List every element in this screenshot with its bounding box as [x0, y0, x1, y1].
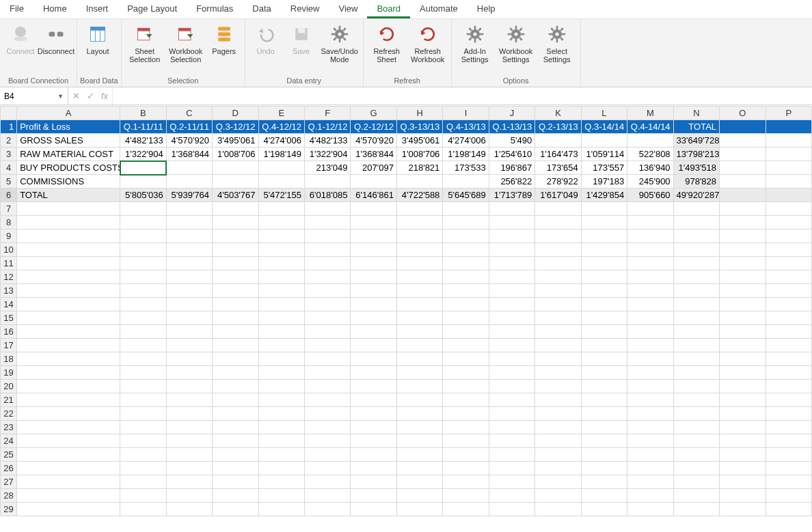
cell-M13[interactable] — [627, 284, 673, 298]
cell-M21[interactable] — [627, 393, 673, 407]
cell-B14[interactable] — [120, 298, 166, 311]
cell-D18[interactable] — [213, 352, 258, 366]
workbook-selection-button[interactable]: WorkbookSelection — [165, 20, 206, 66]
cell-C12[interactable] — [166, 270, 212, 284]
cell-D27[interactable] — [213, 475, 258, 489]
cell-F6[interactable]: 6'018'085 — [304, 188, 350, 202]
cell-L19[interactable] — [581, 366, 627, 380]
cell-K11[interactable] — [535, 257, 581, 270]
cell-G8[interactable] — [351, 216, 396, 229]
cell-D13[interactable] — [213, 284, 258, 298]
cell-B26[interactable] — [120, 462, 166, 475]
cell-J17[interactable] — [489, 339, 534, 352]
cell-A14[interactable] — [17, 298, 120, 311]
cell-I28[interactable] — [443, 489, 489, 503]
cell-H15[interactable] — [396, 311, 442, 325]
cell-B27[interactable] — [120, 475, 166, 489]
refresh-sheet-button[interactable]: RefreshSheet — [366, 20, 407, 66]
cell-I12[interactable] — [443, 270, 489, 284]
menu-home[interactable]: Home — [33, 0, 77, 18]
pagers-button[interactable]: Pagers — [206, 20, 242, 58]
cell-G3[interactable]: 1'368'844 — [351, 148, 396, 161]
cell-L18[interactable] — [581, 352, 627, 366]
cell-I7[interactable] — [443, 202, 489, 216]
cell-I18[interactable] — [443, 352, 489, 366]
row-header-13[interactable]: 13 — [1, 284, 17, 298]
cell-O22[interactable] — [720, 407, 766, 421]
cell-I21[interactable] — [443, 393, 489, 407]
row-header-15[interactable]: 15 — [1, 311, 17, 325]
cell-G26[interactable] — [351, 462, 396, 475]
cell-E25[interactable] — [258, 448, 304, 462]
cell-O24[interactable] — [720, 434, 766, 448]
cell-B11[interactable] — [120, 257, 166, 270]
cell-A1[interactable]: Profit & Loss — [17, 120, 120, 134]
cell-K3[interactable]: 1'164'473 — [535, 148, 581, 161]
cell-N6[interactable]: 49'920'287 — [673, 188, 719, 202]
cell-H7[interactable] — [396, 202, 442, 216]
cell-B7[interactable] — [120, 202, 166, 216]
cell-D15[interactable] — [213, 311, 258, 325]
cell-N22[interactable] — [673, 407, 719, 421]
cell-G20[interactable] — [351, 380, 396, 393]
col-header-I[interactable]: I — [443, 107, 489, 120]
cell-P11[interactable] — [766, 257, 811, 270]
cell-D7[interactable] — [213, 202, 258, 216]
cell-P16[interactable] — [766, 325, 811, 339]
cell-B20[interactable] — [120, 380, 166, 393]
cell-H16[interactable] — [396, 325, 442, 339]
select-settings-button[interactable]: SelectSettings — [537, 20, 578, 66]
cell-M14[interactable] — [627, 298, 673, 311]
col-header-C[interactable]: C — [166, 107, 212, 120]
cell-B5[interactable] — [120, 175, 166, 188]
cell-C9[interactable] — [166, 229, 212, 243]
cell-N21[interactable] — [673, 393, 719, 407]
cell-I20[interactable] — [443, 380, 489, 393]
col-header-N[interactable]: N — [673, 107, 719, 120]
cell-P12[interactable] — [766, 270, 811, 284]
cell-F24[interactable] — [304, 434, 350, 448]
cell-K23[interactable] — [535, 421, 581, 434]
col-header-E[interactable]: E — [258, 107, 304, 120]
cell-D28[interactable] — [213, 489, 258, 503]
row-header-26[interactable]: 26 — [1, 462, 17, 475]
cell-H6[interactable]: 4'722'588 — [396, 188, 442, 202]
cell-L12[interactable] — [581, 270, 627, 284]
cell-J22[interactable] — [489, 407, 534, 421]
cell-E3[interactable]: 1'198'149 — [258, 148, 304, 161]
workbook-settings-button[interactable]: WorkbookSettings — [496, 20, 537, 66]
cell-O8[interactable] — [720, 216, 766, 229]
row-header-28[interactable]: 28 — [1, 489, 17, 503]
cell-C23[interactable] — [166, 421, 212, 434]
cell-H11[interactable] — [396, 257, 442, 270]
cell-L15[interactable] — [581, 311, 627, 325]
cell-F15[interactable] — [304, 311, 350, 325]
cell-F7[interactable] — [304, 202, 350, 216]
cell-J11[interactable] — [489, 257, 534, 270]
cell-A28[interactable] — [17, 489, 120, 503]
cell-I6[interactable]: 5'645'689 — [443, 188, 489, 202]
cell-H3[interactable]: 1'008'706 — [396, 148, 442, 161]
cell-A24[interactable] — [17, 434, 120, 448]
cell-E19[interactable] — [258, 366, 304, 380]
cell-C25[interactable] — [166, 448, 212, 462]
cell-B24[interactable] — [120, 434, 166, 448]
cell-E22[interactable] — [258, 407, 304, 421]
cell-A13[interactable] — [17, 284, 120, 298]
col-header-P[interactable]: P — [766, 107, 811, 120]
cell-P2[interactable] — [766, 134, 811, 148]
cell-J19[interactable] — [489, 366, 534, 380]
cell-G15[interactable] — [351, 311, 396, 325]
cell-P24[interactable] — [766, 434, 811, 448]
cell-H12[interactable] — [396, 270, 442, 284]
cell-D11[interactable] — [213, 257, 258, 270]
col-header-L[interactable]: L — [581, 107, 627, 120]
cell-C1[interactable]: Q.2-11/11 — [166, 120, 212, 134]
cell-J8[interactable] — [489, 216, 534, 229]
cell-O17[interactable] — [720, 339, 766, 352]
menu-file[interactable]: File — [0, 0, 33, 18]
cell-P6[interactable] — [766, 188, 811, 202]
cell-P27[interactable] — [766, 475, 811, 489]
cell-G24[interactable] — [351, 434, 396, 448]
cell-H27[interactable] — [396, 475, 442, 489]
